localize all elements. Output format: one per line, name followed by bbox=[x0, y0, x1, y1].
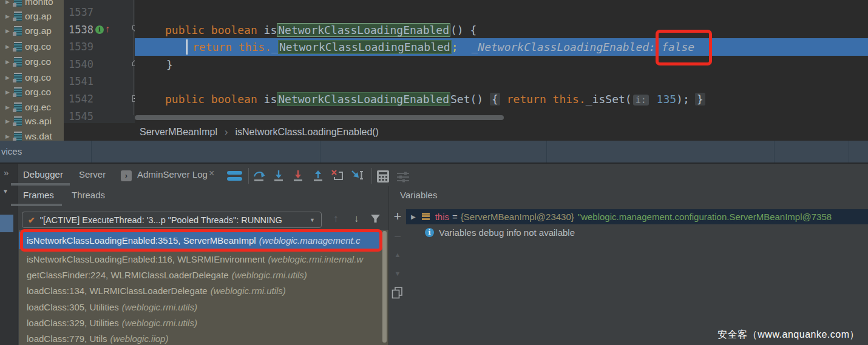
execution-arrow-icon: ↑ bbox=[105, 24, 110, 34]
step-into-icon[interactable] bbox=[271, 168, 287, 184]
inline-debugger-hint-value: false bbox=[662, 41, 694, 53]
services-label: vices bbox=[1, 146, 22, 156]
tree-item[interactable]: ▶org.co bbox=[0, 70, 64, 85]
library-jar-icon bbox=[14, 132, 22, 141]
thread-selector-dropdown[interactable]: ✔ "[ACTIVE] ExecuteThread: '3...p "Poole… bbox=[22, 212, 322, 228]
thread-running-check-icon: ✔ bbox=[28, 215, 35, 225]
evaluate-expression-icon[interactable] bbox=[376, 169, 390, 184]
filter-frames-icon[interactable] bbox=[370, 214, 381, 224]
step-out-icon[interactable] bbox=[310, 168, 326, 184]
hide-panel-icon[interactable]: ▼ bbox=[2, 188, 8, 195]
library-jar-icon bbox=[14, 12, 22, 21]
tab-threads[interactable]: Threads bbox=[72, 190, 105, 200]
library-jar-icon bbox=[14, 42, 22, 52]
library-jar-icon bbox=[14, 57, 22, 67]
tree-item[interactable]: ▶ws.api bbox=[0, 114, 64, 129]
move-down-icon[interactable]: ▼ bbox=[389, 270, 406, 277]
library-jar-icon bbox=[14, 0, 22, 7]
line-number: 1537 bbox=[69, 4, 93, 21]
library-jar-icon bbox=[14, 102, 22, 112]
watches-toolbar: + − ▲ ▼ bbox=[389, 207, 406, 345]
variable-reference: {ServerMBeanImpl@23430} bbox=[461, 212, 574, 222]
tree-item[interactable]: ▶monito bbox=[0, 0, 64, 9]
stack-frame-row[interactable]: isNetworkClassLoadingEnabled:116, WLSRMI… bbox=[19, 252, 382, 267]
layout-settings-icon[interactable] bbox=[396, 170, 410, 184]
tab-adminserver-log[interactable]: AdminServer Log bbox=[137, 169, 208, 179]
project-tree: ▶monito ▶org.ap ▶org.ap ▶org.co ▶org.co … bbox=[0, 0, 64, 141]
tab-server[interactable]: Server bbox=[79, 169, 106, 179]
tool-window-stripe-highlight[interactable] bbox=[0, 215, 13, 232]
toolbar-divider bbox=[248, 168, 249, 184]
tab-debugger[interactable]: Debugger bbox=[23, 169, 63, 179]
next-frame-icon[interactable]: ↓ bbox=[354, 213, 359, 225]
tree-item[interactable]: ▶org.ap bbox=[0, 24, 64, 38]
code-line-1539: return this._NetworkClassLoadingEnabled;… bbox=[192, 38, 694, 56]
breadcrumb-method[interactable]: isNetworkClassLoadingEnabled() bbox=[235, 127, 379, 138]
tab-divider bbox=[320, 141, 320, 162]
editor-gutter[interactable]: 1537 1538 1539 1540 1541 1542 1545 i ↑ bbox=[64, 0, 135, 123]
tree-item[interactable]: ▶org.co bbox=[0, 39, 64, 54]
stack-frame-row-selected[interactable]: isNetworkClassLoadingEnabled:3515, Serve… bbox=[19, 232, 382, 249]
chevron-down-icon: ▼ bbox=[310, 217, 315, 223]
tree-item[interactable]: ▶org.ap bbox=[0, 9, 64, 24]
toolbar-divider bbox=[371, 168, 372, 184]
occurrence-highlight: NetworkClassLoadingEnabled bbox=[278, 40, 452, 54]
step-over-icon[interactable] bbox=[251, 168, 267, 184]
variable-row-this[interactable]: ▶ this = {ServerMBeanImpl@23430} "weblog… bbox=[406, 209, 868, 224]
line-number: 1542 bbox=[69, 90, 93, 108]
line-number: 1540 bbox=[69, 56, 93, 73]
tab-divider bbox=[774, 141, 775, 162]
occurrence-highlight: NetworkClassLoadingEnabled bbox=[277, 92, 450, 106]
show-execution-point-icon[interactable] bbox=[227, 171, 242, 183]
debug-panel: » ▼ Debugger Server › AdminServer Log × … bbox=[0, 162, 868, 345]
stack-frame-row[interactable]: getClassFinder:224, WLRMIClassLoaderDele… bbox=[19, 267, 382, 283]
tree-item[interactable]: ▶org.co bbox=[0, 85, 64, 99]
library-jar-icon bbox=[14, 26, 22, 36]
force-step-into-icon[interactable] bbox=[290, 168, 306, 184]
duplicate-watch-icon[interactable] bbox=[391, 286, 404, 301]
stack-frame-row[interactable]: loadClass:329, Utilities(weblogic.rmi.ut… bbox=[19, 315, 382, 331]
console-icon: › bbox=[121, 170, 132, 181]
tab-divider bbox=[546, 141, 547, 162]
tree-item[interactable]: ▶org.ec bbox=[0, 100, 64, 115]
tool-window-strip: » ▼ bbox=[0, 164, 18, 345]
thread-selector-value: "[ACTIVE] ExecuteThread: '3...p "Pooled … bbox=[40, 215, 282, 225]
add-watch-icon[interactable]: + bbox=[389, 209, 406, 224]
prev-frame-icon[interactable]: ↑ bbox=[333, 213, 339, 225]
stack-frame-row[interactable]: loadClass:305, Utilities(weblogic.rmi.ut… bbox=[19, 300, 382, 315]
breakpoint-marker-icon[interactable]: i bbox=[95, 25, 104, 34]
services-tab-bar[interactable]: vices bbox=[0, 141, 868, 162]
variable-name: this bbox=[435, 212, 449, 222]
stack-frame-row[interactable]: loadClass:134, WLRMIClassLoaderDelegate(… bbox=[19, 283, 382, 299]
library-jar-icon bbox=[14, 87, 22, 97]
more-tabs-icon[interactable]: » bbox=[4, 167, 8, 178]
frames-scrollbar[interactable] bbox=[382, 231, 387, 343]
active-tab-indicator bbox=[11, 183, 70, 186]
info-icon: i bbox=[425, 228, 434, 237]
run-to-cursor-icon[interactable] bbox=[350, 168, 365, 184]
parameter-hint: i: bbox=[633, 95, 649, 106]
tree-item[interactable]: ▶ws.dat bbox=[0, 129, 64, 141]
tree-item[interactable]: ▶org.co bbox=[0, 55, 64, 69]
close-tab-icon[interactable]: × bbox=[209, 168, 214, 179]
variables-info-text: Variables debug info not available bbox=[439, 227, 575, 238]
move-up-icon[interactable]: ▲ bbox=[389, 251, 406, 258]
expand-variable-icon[interactable]: ▶ bbox=[411, 213, 416, 220]
remove-watch-icon[interactable]: − bbox=[389, 230, 406, 244]
code-line-1540: } bbox=[166, 56, 173, 73]
line-number: 1539 bbox=[69, 38, 93, 56]
library-jar-icon bbox=[14, 116, 22, 126]
tab-frames[interactable]: Frames bbox=[23, 190, 54, 200]
code-line-1538: public boolean isNetworkClassLoadingEnab… bbox=[165, 21, 476, 39]
breadcrumb-class[interactable]: ServerMBeanImpl bbox=[140, 127, 217, 138]
horizontal-scrollbar[interactable] bbox=[135, 115, 504, 120]
ide-window: ▶monito ▶org.ap ▶org.ap ▶org.co ▶org.co … bbox=[0, 0, 868, 345]
folded-brace[interactable]: { bbox=[490, 93, 500, 106]
drop-frame-icon[interactable] bbox=[330, 168, 345, 184]
active-subtab-indicator bbox=[11, 204, 62, 206]
folded-brace[interactable]: } bbox=[695, 93, 705, 106]
variables-panel-title: Variables bbox=[400, 190, 437, 200]
stack-frame-row[interactable]: loadClass:779, Utils(weblogic.iiop) bbox=[19, 331, 382, 345]
variable-value-icon bbox=[422, 213, 430, 221]
code-editor: public boolean isNetworkClassLoadingEnab… bbox=[135, 0, 868, 123]
